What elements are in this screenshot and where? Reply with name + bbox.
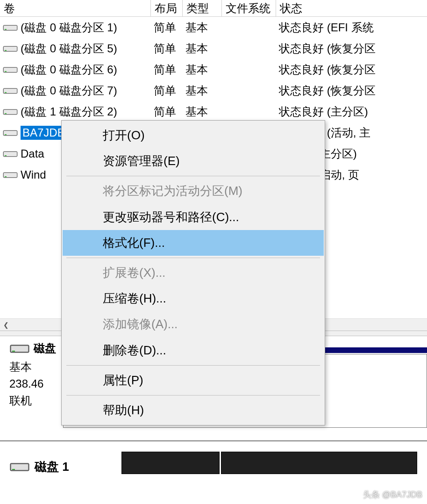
volume-row[interactable]: (磁盘 0 磁盘分区 7)简单基本状态良好 (恢复分区 <box>0 80 427 101</box>
disk1-partition-2[interactable] <box>221 452 417 474</box>
volume-type: 基本 <box>183 83 222 98</box>
header-filesystem[interactable]: 文件系统 <box>222 0 276 16</box>
menu-separator <box>66 395 320 396</box>
header-volume[interactable]: 卷 <box>0 0 151 16</box>
menu-item[interactable]: 删除卷(D)... <box>63 338 324 363</box>
volume-icon <box>3 23 18 32</box>
disk0-info-panel[interactable]: 磁盘 基本 238.46 联机 <box>0 336 63 440</box>
volume-icon <box>3 150 18 158</box>
menu-item: 添加镜像(A)... <box>63 311 324 337</box>
volume-name-cell: (磁盘 0 磁盘分区 5) <box>0 41 151 56</box>
disk-icon <box>9 341 30 355</box>
volume-status: 状态良好 (恢复分区 <box>276 41 427 56</box>
volume-name: (磁盘 0 磁盘分区 5) <box>21 41 117 56</box>
disk0-type: 基本 <box>9 359 59 375</box>
menu-separator <box>66 176 320 176</box>
volume-icon <box>3 108 18 116</box>
volume-type: 基本 <box>183 62 222 77</box>
disk1-partition-1[interactable] <box>121 452 220 474</box>
header-layout[interactable]: 布局 <box>151 0 183 16</box>
disk1-graphical-section: 磁盘 1 <box>0 446 427 479</box>
context-menu: 打开(O)资源管理器(E)将分区标记为活动分区(M)更改驱动器号和路径(C)..… <box>61 120 325 425</box>
volume-icon <box>3 171 18 179</box>
menu-item: 将分区标记为活动分区(M) <box>63 178 324 204</box>
volume-status: 状态良好 (恢复分区 <box>276 62 427 77</box>
volume-layout: 简单 <box>151 83 183 98</box>
volume-layout: 简单 <box>151 62 183 77</box>
volume-icon <box>3 86 18 95</box>
volume-layout: 简单 <box>151 20 183 35</box>
svg-rect-29 <box>12 469 15 470</box>
volume-icon <box>3 44 18 53</box>
menu-separator <box>66 258 320 258</box>
disk1-partitions <box>121 446 427 479</box>
volume-name: Data <box>21 147 44 160</box>
menu-item: 扩展卷(X)... <box>63 260 324 286</box>
volume-type: 基本 <box>183 20 222 35</box>
volume-status: 状态良好 (主分区) <box>276 104 427 119</box>
volume-name: (磁盘 0 磁盘分区 1) <box>21 20 117 35</box>
menu-item[interactable]: 属性(P) <box>63 367 324 393</box>
menu-item[interactable]: 资源管理器(E) <box>63 148 324 174</box>
disk-icon <box>9 460 30 474</box>
svg-rect-17 <box>5 134 7 135</box>
menu-item[interactable]: 压缩卷(H)... <box>63 286 324 311</box>
volume-name: Wind <box>21 168 46 181</box>
volume-row[interactable]: (磁盘 0 磁盘分区 6)简单基本状态良好 (恢复分区 <box>0 59 427 80</box>
volume-icon <box>3 129 18 137</box>
menu-item[interactable]: 格式化(F)... <box>63 230 324 256</box>
watermark: 头条 @BA7JDB <box>363 489 422 500</box>
svg-rect-2 <box>5 29 7 30</box>
volume-name: (磁盘 0 磁盘分区 6) <box>21 62 117 77</box>
volume-row[interactable]: (磁盘 0 磁盘分区 1)简单基本状态良好 (EFI 系统 <box>0 17 427 38</box>
disk1-info-panel[interactable]: 磁盘 1 <box>0 446 121 479</box>
disk0-title: 磁盘 <box>34 341 56 356</box>
menu-separator <box>66 365 320 366</box>
svg-rect-23 <box>5 176 7 177</box>
volume-type: 基本 <box>183 104 222 119</box>
svg-rect-26 <box>12 351 15 352</box>
volume-name: (磁盘 1 磁盘分区 2) <box>21 104 117 119</box>
volume-name-cell: (磁盘 0 磁盘分区 1) <box>0 20 151 35</box>
volume-row[interactable]: (磁盘 1 磁盘分区 2)简单基本状态良好 (主分区) <box>0 101 427 122</box>
volume-layout: 简单 <box>151 104 183 119</box>
table-header: 卷 布局 类型 文件系统 状态 <box>0 0 427 17</box>
menu-item[interactable]: 打开(O) <box>63 122 324 148</box>
header-type[interactable]: 类型 <box>183 0 222 16</box>
volume-name-cell: (磁盘 0 磁盘分区 7) <box>0 83 151 98</box>
svg-rect-20 <box>5 155 7 156</box>
volume-name: (磁盘 0 磁盘分区 7) <box>21 83 117 98</box>
volume-status: 状态良好 (EFI 系统 <box>276 20 427 35</box>
svg-rect-8 <box>5 71 7 72</box>
disk1-title: 磁盘 1 <box>35 459 69 475</box>
disk0-size: 238.46 <box>9 375 59 392</box>
svg-rect-11 <box>5 92 7 93</box>
menu-item[interactable]: 更改驱动器号和路径(C)... <box>63 204 324 230</box>
volume-name-cell: (磁盘 0 磁盘分区 6) <box>0 62 151 77</box>
scroll-left-button[interactable]: ❮ <box>0 319 12 331</box>
volume-type: 基本 <box>183 41 222 56</box>
menu-item[interactable]: 帮助(H) <box>63 397 324 423</box>
svg-rect-14 <box>5 113 7 114</box>
volume-status: 状态良好 (恢复分区 <box>276 83 427 98</box>
disk0-status: 联机 <box>9 392 59 409</box>
volume-layout: 简单 <box>151 41 183 56</box>
header-status[interactable]: 状态 <box>276 0 427 16</box>
volume-icon <box>3 65 18 74</box>
volume-name-cell: (磁盘 1 磁盘分区 2) <box>0 104 151 119</box>
svg-rect-5 <box>5 50 7 51</box>
volume-row[interactable]: (磁盘 0 磁盘分区 5)简单基本状态良好 (恢复分区 <box>0 38 427 59</box>
